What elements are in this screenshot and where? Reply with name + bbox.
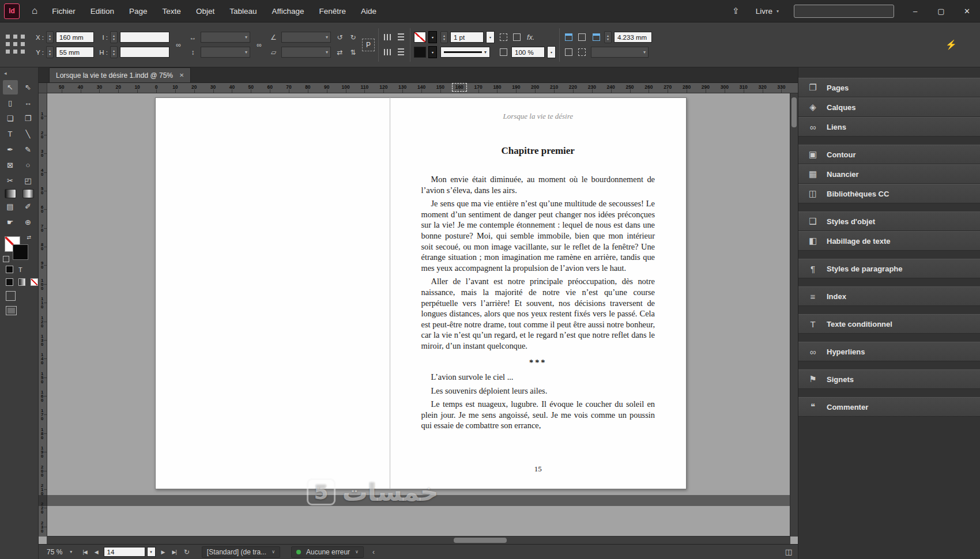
distribute-v-button[interactable] bbox=[395, 47, 406, 58]
menu-fichier[interactable]: Fichier bbox=[44, 0, 83, 22]
panel-item-bibliotheques-cc[interactable]: ◫Bibliothèques CC bbox=[798, 184, 980, 203]
flip-vertical-button[interactable]: ⇅ bbox=[348, 47, 359, 58]
spread-view-icon[interactable]: ◫ bbox=[785, 547, 792, 556]
fitting-offset-field[interactable] bbox=[614, 32, 652, 43]
formatting-affects-container-button[interactable] bbox=[6, 266, 13, 273]
body-para[interactable]: Aller de l’avant est notre principale pr… bbox=[421, 276, 655, 351]
zoom-level-dropdown[interactable]: 75 % ▾ bbox=[47, 548, 77, 556]
menu-objet[interactable]: Objet bbox=[189, 0, 222, 22]
panel-item-index[interactable]: ≡Index bbox=[798, 286, 980, 306]
page-left[interactable] bbox=[155, 97, 390, 489]
height-stepper[interactable]: ▴▾ bbox=[110, 46, 118, 58]
body-para[interactable]: Le temps est nuageux, lugubre. Il évoque… bbox=[421, 399, 655, 431]
rectangle-frame-tool[interactable]: ⊠ bbox=[3, 158, 18, 172]
opacity-dropdown[interactable]: ▾ bbox=[547, 46, 556, 58]
menu-affichage[interactable]: Affichage bbox=[264, 0, 311, 22]
rotate-cw-button[interactable]: ↻ bbox=[348, 32, 359, 43]
document-tab[interactable]: Lorsque la vie te désire 1.indd @ 75% ✕ bbox=[49, 67, 191, 82]
horizontal-scrollbar-thumb[interactable] bbox=[454, 538, 507, 543]
pen-tool[interactable]: ✒ bbox=[3, 142, 18, 157]
opacity-field[interactable] bbox=[511, 47, 545, 58]
type-tool[interactable]: T bbox=[3, 127, 18, 141]
collapse-status-icon[interactable]: ‹ bbox=[372, 548, 375, 556]
align-center-button[interactable] bbox=[395, 32, 406, 43]
menu-texte[interactable]: Texte bbox=[155, 0, 189, 22]
share-icon[interactable]: ⇪ bbox=[723, 6, 749, 16]
align-left-button[interactable] bbox=[382, 32, 393, 43]
height-field[interactable] bbox=[120, 47, 169, 58]
gradient-swatch-tool[interactable] bbox=[5, 189, 16, 198]
vertical-scrollbar-thumb[interactable] bbox=[791, 97, 797, 127]
flip-horizontal-button[interactable]: ⇄ bbox=[334, 47, 345, 58]
stroke-weight-field[interactable] bbox=[450, 32, 484, 43]
rotation-angle-dropdown[interactable]: ▾ bbox=[281, 32, 331, 43]
page-number-dropdown[interactable]: ▾ bbox=[147, 547, 156, 557]
distribute-h-button[interactable] bbox=[382, 47, 393, 58]
reference-point-proxy[interactable] bbox=[5, 33, 28, 56]
panel-item-hyperliens[interactable]: ∞Hyperliens bbox=[798, 342, 980, 361]
ellipse-tool[interactable]: ○ bbox=[21, 158, 36, 172]
ruler-corner[interactable] bbox=[39, 83, 47, 93]
stroke-type-dropdown[interactable]: ▾ bbox=[440, 47, 490, 58]
stroke-color-swatch-none[interactable] bbox=[414, 32, 426, 43]
panel-item-styles-de-paragraphe[interactable]: ¶Styles de paragraphe bbox=[798, 259, 980, 278]
panel-item-liens[interactable]: ∞Liens bbox=[798, 117, 980, 137]
swap-fill-stroke-icon[interactable]: ⇄ bbox=[27, 235, 31, 240]
stroke-swatch-black[interactable] bbox=[13, 244, 28, 260]
body-line[interactable]: L’avion survole le ciel ... bbox=[421, 372, 655, 383]
y-position-field[interactable] bbox=[56, 47, 94, 58]
body-stars[interactable]: *** bbox=[421, 357, 655, 368]
default-fill-stroke-icon[interactable] bbox=[3, 256, 9, 262]
x-stepper[interactable]: ▴▾ bbox=[46, 31, 54, 43]
menu-page[interactable]: Page bbox=[122, 0, 155, 22]
last-page-button[interactable]: ▶| bbox=[170, 549, 178, 555]
tab-close-icon[interactable]: ✕ bbox=[179, 72, 184, 78]
preflight-status[interactable]: Aucune erreur ∨ bbox=[291, 546, 364, 558]
page-tool[interactable]: ▯ bbox=[3, 96, 18, 110]
eyedropper-tool[interactable]: ✐ bbox=[21, 199, 36, 214]
apply-color-button[interactable] bbox=[6, 278, 13, 286]
dashed-frame-icon[interactable] bbox=[498, 32, 509, 43]
minimize-button[interactable]: – bbox=[902, 0, 928, 22]
home-icon[interactable]: ⌂ bbox=[25, 5, 44, 17]
fitting-options-dropdown[interactable]: ▾ bbox=[591, 47, 649, 58]
chapter-title[interactable]: Chapitre premier bbox=[421, 145, 655, 157]
vertical-ruler[interactable]: 1020304050607080901001101201301401501601… bbox=[39, 93, 47, 537]
content-collector-tool[interactable]: ❏ bbox=[3, 111, 18, 126]
fill-color-dropdown[interactable]: ▾ bbox=[428, 46, 437, 58]
panel-item-calques[interactable]: ◈Calques bbox=[798, 97, 980, 117]
line-tool[interactable]: ╲ bbox=[21, 127, 36, 141]
running-header[interactable]: Lorsque la vie te désire bbox=[421, 112, 655, 121]
preflight-refresh-icon[interactable]: ↻ bbox=[182, 548, 191, 556]
y-stepper[interactable]: ▴▾ bbox=[46, 46, 54, 58]
panel-item-texte-conditionnel[interactable]: TTexte conditionnel bbox=[798, 314, 980, 334]
body-para[interactable]: Je sens que ma vie entière n’est qu’une … bbox=[421, 198, 655, 273]
panel-item-pages[interactable]: ❐Pages bbox=[798, 78, 980, 97]
apply-gradient-button[interactable] bbox=[18, 278, 26, 286]
page-number[interactable]: 15 bbox=[390, 464, 687, 474]
menu-tableau[interactable]: Tableau bbox=[222, 0, 264, 22]
note-tool[interactable]: ▤ bbox=[3, 199, 18, 214]
page-number-field[interactable] bbox=[104, 547, 145, 557]
search-input[interactable] bbox=[794, 5, 894, 18]
pasteboard[interactable]: 1020304050607080901001101201301401501601… bbox=[39, 93, 798, 544]
body-para[interactable]: Mon envie était diminuée, au moment où l… bbox=[421, 174, 655, 195]
zoom-tool[interactable]: ⊕ bbox=[21, 215, 36, 229]
hand-tool[interactable]: ☛ bbox=[3, 215, 18, 229]
fill-color-swatch[interactable] bbox=[414, 47, 426, 58]
apply-none-button[interactable] bbox=[31, 278, 38, 286]
vertical-scrollbar[interactable] bbox=[790, 93, 798, 537]
wrap-around-button[interactable] bbox=[563, 47, 574, 58]
collapse-tools-icon[interactable]: ◂ bbox=[0, 69, 38, 77]
fitting-stepper[interactable]: ▴▾ bbox=[604, 31, 612, 43]
indesign-logo[interactable]: Id bbox=[4, 3, 20, 19]
next-page-button[interactable]: ▶ bbox=[160, 549, 167, 555]
page-right[interactable]: Lorsque la vie te désire Chapitre premie… bbox=[390, 97, 687, 489]
first-page-button[interactable]: |◀ bbox=[81, 549, 88, 555]
free-transform-tool[interactable]: ◰ bbox=[21, 173, 36, 188]
scale-x-dropdown[interactable]: ▾ bbox=[201, 32, 250, 43]
body-line[interactable]: Les souvenirs déploient leurs ailes. bbox=[421, 386, 655, 396]
menu-aide[interactable]: Aide bbox=[353, 0, 384, 22]
link-scale-icon[interactable]: ∞ bbox=[254, 39, 265, 50]
x-position-field[interactable] bbox=[56, 32, 94, 43]
